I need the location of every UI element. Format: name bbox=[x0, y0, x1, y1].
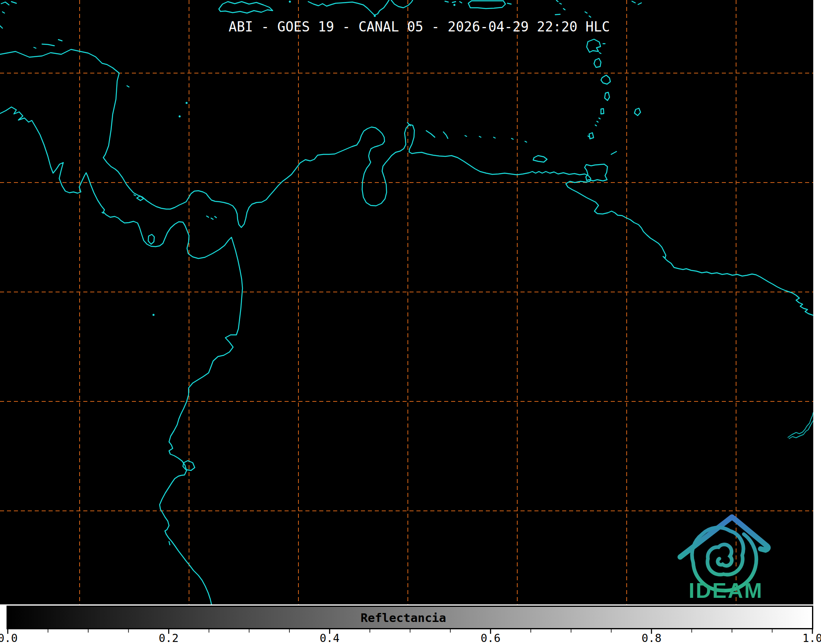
coastline-dominica bbox=[594, 58, 601, 67]
satellite-product-page: ABI - GOES 19 - CANAL 05 - 2026-04-29 22… bbox=[0, 0, 821, 644]
coastline-hispaniola bbox=[308, 0, 413, 15]
coastline-abc-islands bbox=[407, 123, 448, 138]
coastline-windward-islands bbox=[589, 92, 610, 139]
navassa-island-dot bbox=[289, 1, 291, 3]
coastline-tobago bbox=[611, 152, 616, 154]
colorbar-ticks bbox=[0, 628, 821, 635]
coastline-pearl-islands bbox=[207, 216, 216, 219]
island-dots-layer bbox=[153, 1, 456, 316]
coastline-bay-islands bbox=[34, 40, 129, 87]
colorbar-ticklabel-4: 0.8 bbox=[641, 632, 661, 644]
coastline-venezuelan-islets bbox=[465, 136, 590, 142]
coastline-martinique bbox=[601, 75, 610, 84]
colorbar-label: Reflectancia bbox=[360, 611, 446, 625]
coastline-pacific-mainland bbox=[0, 107, 243, 604]
colorbar-ticklabel-2: 0.4 bbox=[320, 632, 340, 644]
coastline-amazon-mouth bbox=[788, 412, 813, 439]
coastline-barbados bbox=[634, 108, 641, 116]
satellite-map: ABI - GOES 19 - CANAL 05 - 2026-04-29 22… bbox=[0, 0, 813, 604]
colorbar-ticklabel-1: 0.2 bbox=[159, 632, 179, 644]
coastline-margarita bbox=[533, 156, 547, 162]
colorbar-ticklabel-5: 1.0 bbox=[803, 632, 821, 644]
coastline-puna bbox=[169, 461, 195, 545]
colorbar-ticklabel-0: 0.0 bbox=[0, 632, 18, 644]
coastline-trinidad bbox=[585, 164, 607, 181]
coastline-topleft-fragments bbox=[0, 2, 16, 28]
coastline-north-antilles bbox=[445, 0, 641, 17]
ideam-logo: IDEAM bbox=[670, 506, 788, 604]
beata-island-dot bbox=[374, 15, 376, 17]
mona-island-dot bbox=[454, 4, 456, 6]
coastline-jamaica bbox=[219, 2, 273, 13]
image-title: ABI - GOES 19 - CANAL 05 - 2026-04-29 22… bbox=[229, 19, 610, 35]
providencia-island-dot bbox=[186, 102, 188, 104]
coastline-puerto-rico bbox=[468, 1, 560, 15]
ideam-logo-text: IDEAM bbox=[689, 579, 763, 602]
coastline-guadeloupe bbox=[587, 39, 605, 53]
malpelo-island-dot bbox=[153, 314, 155, 316]
san-andres-island-dot bbox=[179, 116, 181, 118]
colorbar-ticklabel-3: 0.6 bbox=[481, 632, 501, 644]
